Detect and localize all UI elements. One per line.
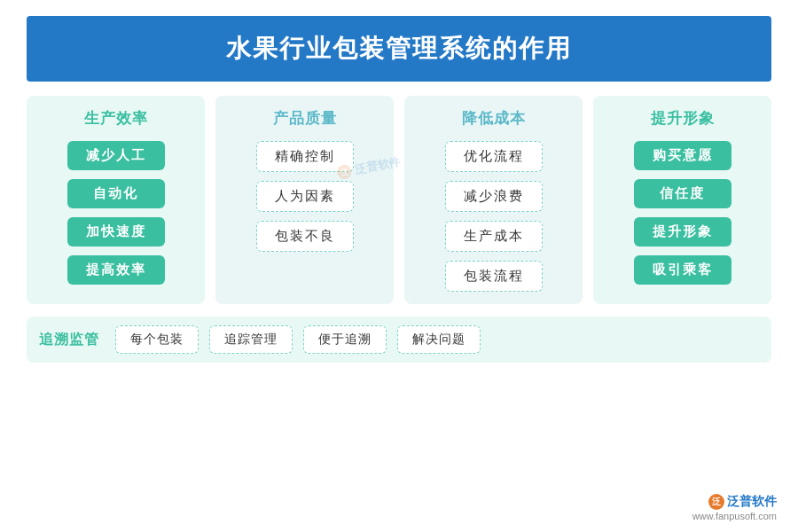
logo-area: 泛 泛普软件 www.fanpusoft.com [692, 494, 777, 521]
col4-item-0: 购买意愿 [634, 141, 732, 170]
col2-item-2: 包装不良 [256, 221, 354, 252]
col4-title: 提升形象 [651, 108, 715, 129]
col4-item-3: 吸引乘客 [634, 255, 732, 285]
bottom-item-0: 每个包装 [115, 325, 199, 354]
logo-brand: 泛 泛普软件 [708, 494, 777, 510]
col2-title: 产品质量 [273, 108, 337, 129]
bottom-item-1: 追踪管理 [209, 325, 293, 354]
page-title: 水果行业包装管理系统的作用 [27, 16, 771, 82]
col3-title: 降低成本 [462, 108, 526, 129]
bottom-item-2: 便于追溯 [303, 325, 387, 354]
col4-item-1: 信任度 [634, 179, 732, 208]
col1-item-3: 提高效率 [67, 255, 165, 285]
main-grid: 生产效率 减少人工 自动化 加快速度 提高效率 产品质量 精确控制 人为因素 包… [27, 96, 771, 304]
bottom-item-3: 解决问题 [397, 325, 481, 354]
logo-icon: 泛 [708, 494, 724, 510]
col1-item-2: 加快速度 [67, 217, 165, 246]
col2-item-0: 精确控制 [256, 141, 354, 172]
col-product-quality: 产品质量 精确控制 人为因素 包装不良 [215, 96, 394, 304]
col1-item-1: 自动化 [67, 179, 165, 208]
col2-item-1: 人为因素 [256, 181, 354, 212]
col3-item-3: 包装流程 [445, 261, 543, 292]
bottom-label: 追溯监管 [39, 331, 99, 349]
logo-brand-text: 泛普软件 [727, 494, 777, 510]
logo-url: www.fanpusoft.com [692, 511, 777, 521]
col1-title: 生产效率 [84, 108, 148, 129]
col3-item-1: 减少浪费 [445, 181, 543, 212]
col-reduce-cost: 降低成本 优化流程 减少浪费 生产成本 包装流程 [404, 96, 583, 304]
col1-item-0: 减少人工 [67, 141, 165, 170]
col-production-efficiency: 生产效率 减少人工 自动化 加快速度 提高效率 [27, 96, 205, 304]
col-improve-image: 提升形象 购买意愿 信任度 提升形象 吸引乘客 [593, 96, 771, 304]
col4-item-2: 提升形象 [634, 217, 732, 246]
col3-item-2: 生产成本 [445, 221, 543, 252]
col3-item-0: 优化流程 [445, 141, 543, 172]
bottom-bar: 追溯监管 每个包装 追踪管理 便于追溯 解决问题 [27, 317, 771, 363]
